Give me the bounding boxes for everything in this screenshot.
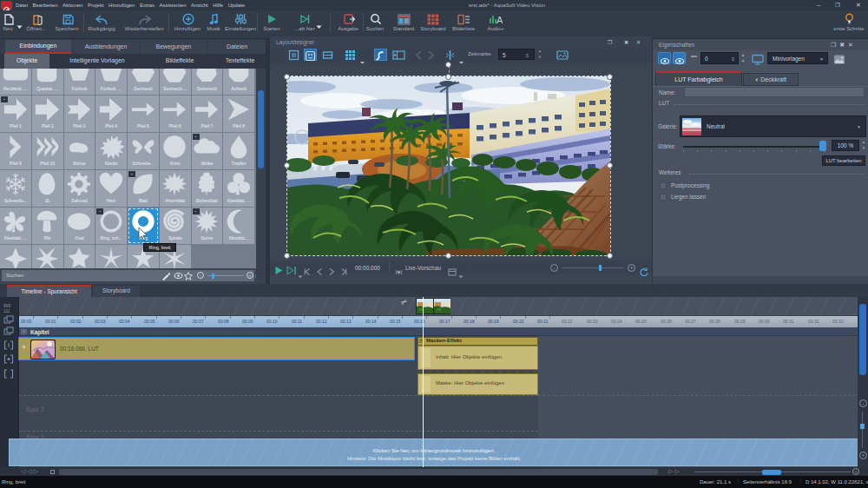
svg-text:A: A [496,15,503,25]
